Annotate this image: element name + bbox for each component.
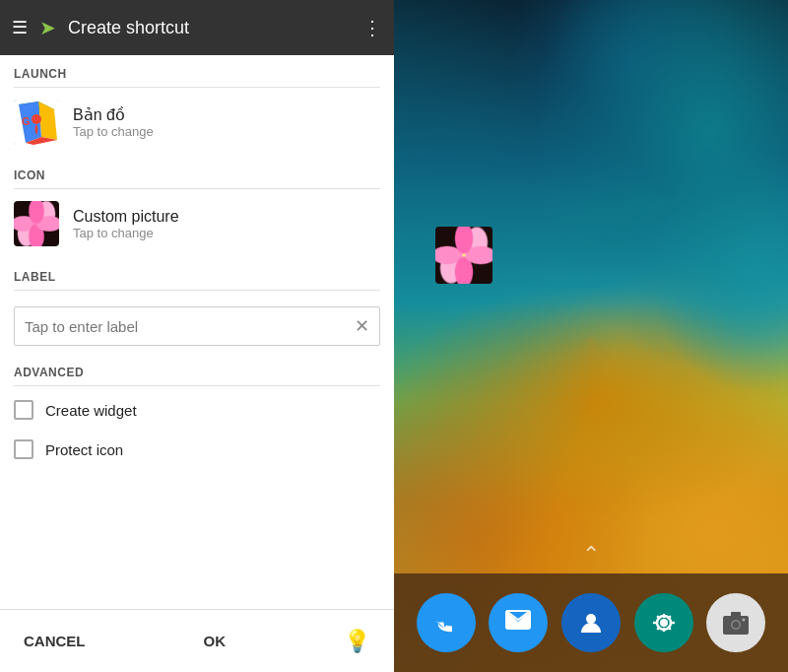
maps-icon-svg: G xyxy=(14,100,59,145)
ok-button[interactable]: OK xyxy=(204,633,227,649)
settings-icon-svg xyxy=(648,607,680,638)
desktop-panel: ⌃ xyxy=(394,0,788,672)
protect-icon-checkbox[interactable] xyxy=(14,439,33,459)
bottom-bar: Cancel OK 💡 xyxy=(0,609,394,672)
content-area: LAUNCH G Bản đồ Tap to change xyxy=(0,55,394,609)
dock-settings-icon[interactable] xyxy=(634,593,693,652)
page-title: Create shortcut xyxy=(68,18,351,38)
top-bar: ☰ ➤ Create shortcut ⋮ xyxy=(0,0,394,55)
flower-canvas xyxy=(14,201,59,246)
dock-contacts-icon[interactable] xyxy=(561,593,621,652)
camera-icon-svg xyxy=(720,607,752,638)
dock xyxy=(394,573,788,672)
launch-item-subtitle: Tap to change xyxy=(73,124,154,139)
advanced-section: Create widget Protect icon xyxy=(0,386,394,481)
svg-text:G: G xyxy=(22,115,31,127)
svg-point-9 xyxy=(660,619,668,627)
dock-messages-icon[interactable] xyxy=(489,593,548,652)
clear-icon[interactable]: ✕ xyxy=(355,315,369,337)
contacts-icon-svg xyxy=(575,607,607,638)
label-input-row: ✕ xyxy=(14,306,380,346)
svg-point-8 xyxy=(586,614,596,624)
create-widget-checkbox[interactable] xyxy=(14,400,33,420)
launch-item[interactable]: G Bản đồ Tap to change xyxy=(0,88,394,157)
hamburger-icon[interactable]: ☰ xyxy=(12,17,28,38)
label-section-label: LABEL xyxy=(0,258,394,290)
app-drawer-chevron[interactable]: ⌃ xyxy=(582,542,600,568)
launch-item-title: Bản đồ xyxy=(73,105,154,124)
phone-icon-svg xyxy=(430,607,462,638)
icon-item-text: Custom picture Tap to change xyxy=(73,208,179,240)
advanced-section-label: ADVANCED xyxy=(0,354,394,385)
launch-item-text: Bản đồ Tap to change xyxy=(73,105,154,139)
messages-icon-svg xyxy=(502,607,534,638)
wallpaper xyxy=(394,0,788,672)
create-widget-label: Create widget xyxy=(45,402,137,419)
icon-item-title: Custom picture xyxy=(73,208,179,226)
more-options-icon[interactable]: ⋮ xyxy=(362,16,382,39)
dock-phone-icon[interactable] xyxy=(417,593,476,652)
protect-icon-label: Protect icon xyxy=(45,441,123,458)
back-arrow-icon[interactable]: ➤ xyxy=(39,16,56,39)
create-shortcut-panel: ☰ ➤ Create shortcut ⋮ LAUNCH G xyxy=(0,0,394,672)
icon-section-label: ICON xyxy=(0,157,394,188)
svg-point-13 xyxy=(733,622,740,629)
dock-camera-icon[interactable] xyxy=(706,593,765,652)
svg-point-15 xyxy=(743,619,746,622)
svg-point-5 xyxy=(32,114,41,124)
svg-rect-14 xyxy=(731,612,741,617)
label-input[interactable] xyxy=(25,318,355,335)
icon-item[interactable]: Custom picture Tap to change xyxy=(0,189,394,258)
icon-flower-preview xyxy=(14,201,59,246)
cancel-button[interactable]: Cancel xyxy=(24,633,86,649)
desktop-shortcut-icon[interactable] xyxy=(435,227,492,284)
protect-icon-row[interactable]: Protect icon xyxy=(14,430,380,469)
maps-app-icon: G xyxy=(14,100,59,145)
launch-section-label: LAUNCH xyxy=(0,55,394,87)
create-widget-row[interactable]: Create widget xyxy=(14,390,380,430)
bulb-icon[interactable]: 💡 xyxy=(344,629,370,654)
desktop-flower-icon xyxy=(435,227,492,284)
label-section: ✕ xyxy=(0,291,394,354)
icon-item-subtitle: Tap to change xyxy=(73,226,179,240)
